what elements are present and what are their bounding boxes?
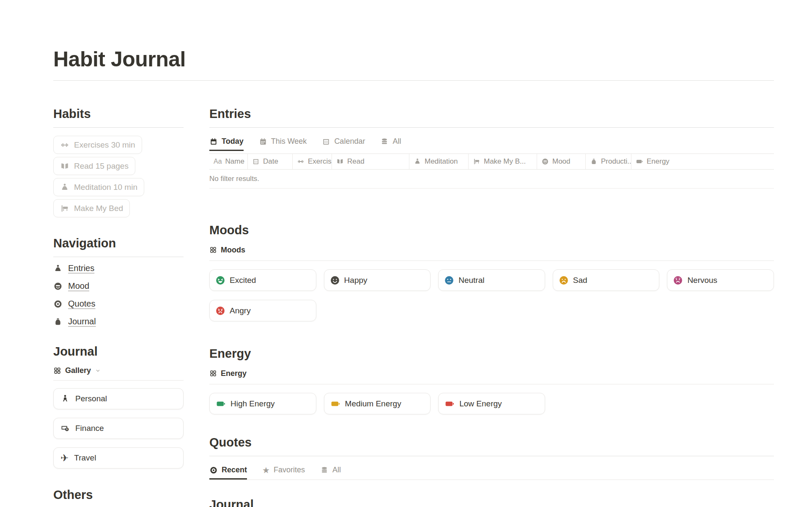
energy-card-low[interactable]: Low Energy [438, 393, 545, 414]
dumbbell-icon [60, 140, 69, 150]
moods-view-divider [209, 260, 774, 261]
habit-button-label: Read 15 pages [74, 162, 129, 171]
navigation-list: Entries Mood Quotes Journal [53, 263, 184, 327]
column-header-exercise[interactable]: Exercise [293, 154, 332, 169]
quotes-tabbar: Recent ★ Favorites All [209, 466, 774, 480]
mood-card-label: Excited [230, 276, 256, 285]
energy-view-label[interactable]: Energy [209, 369, 247, 378]
ink-bottle-icon [53, 317, 63, 326]
mood-card-excited[interactable]: Excited [209, 269, 316, 291]
view-label-text: Energy [221, 369, 247, 378]
grid-icon [209, 246, 217, 254]
yellow-battery-icon [330, 399, 340, 409]
mood-face-icon [53, 282, 63, 291]
energy-card-medium[interactable]: Medium Energy [324, 393, 431, 414]
database-icon [320, 466, 329, 474]
green-battery-icon [216, 399, 226, 409]
title-divider [53, 80, 774, 81]
habit-button-label: Make My Bed [74, 204, 123, 213]
tab-label: Recent [222, 466, 247, 474]
moods-view-label[interactable]: Moods [209, 245, 245, 255]
column-header-read[interactable]: Read [332, 154, 409, 169]
habit-button-read[interactable]: Read 15 pages [53, 157, 135, 175]
habits-heading: Habits [53, 106, 184, 121]
energy-card-label: High Energy [230, 399, 275, 408]
calendar-grid-icon [252, 158, 260, 165]
column-header-energy[interactable]: Energy [631, 154, 774, 169]
nav-link-mood[interactable]: Mood [53, 281, 89, 291]
column-header-make-my-bed[interactable]: Make My B... [469, 154, 537, 169]
person-icon [60, 394, 70, 403]
habit-button-exercises[interactable]: Exercises 30 min [53, 136, 142, 154]
empty-state-text: No filter results. [209, 175, 259, 183]
journal-card-travel[interactable]: ✈ Travel [53, 447, 184, 469]
column-label: Make My B... [484, 157, 526, 166]
mood-card-angry[interactable]: Angry [209, 300, 316, 321]
mood-card-nervous[interactable]: Nervous [667, 269, 774, 291]
tab-recent[interactable]: Recent [209, 466, 247, 480]
main-column: Entries Today This Week Calendar All [209, 106, 774, 507]
quotes-heading: Quotes [209, 435, 774, 450]
angry-emoji-icon [216, 306, 225, 315]
habit-list: Exercises 30 min Read 15 pages Meditatio… [53, 136, 184, 217]
sad-emoji-icon [559, 276, 568, 285]
column-header-productivity[interactable]: Producti... [586, 154, 631, 169]
nav-link-label: Entries [68, 263, 94, 274]
tab-label: All [392, 137, 401, 146]
habit-button-make-my-bed[interactable]: Make My Bed [53, 199, 130, 217]
energy-card-grid: High Energy Medium Energy Low Energy [209, 393, 774, 414]
star-icon: ★ [262, 466, 270, 474]
tab-all[interactable]: All [380, 137, 401, 151]
moods-heading: Moods [209, 222, 774, 238]
tab-label: This Week [271, 137, 307, 146]
gallery-divider [53, 380, 184, 381]
energy-heading: Energy [209, 346, 774, 361]
habit-button-meditation[interactable]: Meditation 10 min [53, 178, 144, 196]
energy-card-label: Medium Energy [345, 399, 401, 408]
text-type-icon: Aa [214, 158, 222, 165]
column-label: Energy [647, 157, 669, 166]
dumbbell-icon [297, 158, 304, 165]
mood-card-happy[interactable]: Happy [324, 269, 431, 291]
meditation-icon [414, 158, 421, 165]
nav-link-entries[interactable]: Entries [53, 263, 94, 274]
mood-card-label: Nervous [687, 276, 717, 285]
tab-calendar[interactable]: Calendar [322, 137, 365, 151]
calendar-icon [209, 137, 218, 146]
navigation-heading: Navigation [53, 236, 184, 251]
battery-icon [636, 158, 643, 165]
quotes-divider [209, 456, 774, 456]
journal-card-label: Personal [75, 394, 107, 403]
column-header-meditation[interactable]: Meditation [409, 154, 469, 169]
view-label-text: Moods [221, 246, 245, 255]
column-label: Read [347, 157, 365, 166]
entries-heading: Entries [209, 106, 774, 121]
grid-icon [209, 370, 217, 377]
nav-link-label: Quotes [68, 299, 95, 309]
tab-today[interactable]: Today [209, 137, 244, 151]
energy-card-high[interactable]: High Energy [209, 393, 316, 414]
tab-this-week[interactable]: This Week [259, 137, 307, 151]
habits-divider [53, 127, 184, 128]
mood-card-sad[interactable]: Sad [553, 269, 660, 291]
tab-favorites[interactable]: ★ Favorites [262, 466, 305, 480]
gallery-view-dropdown[interactable]: Gallery [53, 365, 101, 376]
column-header-mood[interactable]: Mood [537, 154, 586, 169]
nav-link-quotes[interactable]: Quotes [53, 299, 95, 309]
mood-card-neutral[interactable]: Neutral [438, 269, 545, 291]
journal-heading: Journal [53, 344, 184, 359]
red-battery-icon [444, 399, 455, 409]
excited-emoji-icon [216, 276, 225, 285]
journal-card-personal[interactable]: Personal [53, 388, 184, 409]
journal-card-finance[interactable]: $ Finance [53, 418, 184, 439]
open-book-icon [336, 158, 344, 165]
column-header-name[interactable]: Aa Name [209, 154, 248, 169]
column-header-date[interactable]: Date [248, 154, 293, 169]
no-filter-results-row: No filter results. [209, 170, 774, 189]
tab-quotes-all[interactable]: All [320, 466, 341, 480]
nav-link-journal[interactable]: Journal [53, 316, 96, 327]
column-label: Name [225, 157, 244, 166]
tab-label: All [332, 466, 341, 474]
open-book-icon [60, 162, 69, 171]
column-label: Date [263, 157, 278, 166]
